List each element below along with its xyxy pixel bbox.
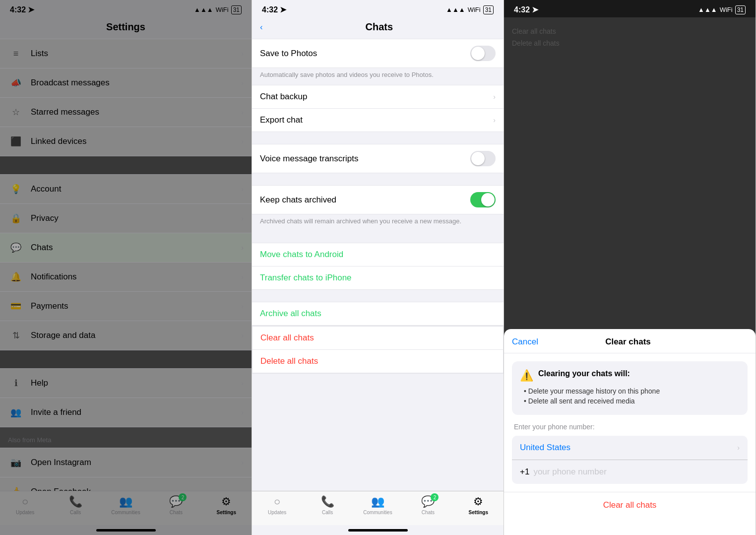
status-icons-2: ▲▲▲ WiFi 31 [446,5,494,14]
broadcast-icon: 📣 [8,75,24,91]
settings-row-storage[interactable]: ⇅ Storage and data › [0,321,252,350]
modal-bottom-spacer [504,518,756,535]
settings-row-account[interactable]: 💡 Account › [0,174,252,204]
tab-chats-2[interactable]: 💬 2 Chats [403,495,453,515]
row-save-photos[interactable]: Save to Photos [252,39,504,68]
page-title-chats: Chats [263,21,496,33]
communities-tab-icon: 👥 [119,495,132,508]
row-archive-all[interactable]: Archive all chats [252,302,504,326]
section-mid: 💡 Account › 🔒 Privacy › 💬 Chats › [0,174,252,350]
toggle-archived[interactable] [470,192,496,207]
settings-row-help[interactable]: ℹ Help › [0,368,252,398]
divider [0,350,252,368]
toggle-voice[interactable] [470,151,496,166]
meta-section-label: Also from Meta [0,427,252,448]
settings-row-chats[interactable]: 💬 Chats › [0,233,252,263]
row-move-android[interactable]: Move chats to Android [252,243,504,267]
status-bar-1: 4:32 ➤ ▲▲▲ WiFi 31 [0,0,252,17]
row-voice-transcripts[interactable]: Voice message transcripts [252,144,504,173]
row-transfer-iphone[interactable]: Transfer chats to iPhone [252,267,504,290]
time-1: 4:32 ➤ [10,5,34,14]
warning-item-2: Delete all sent and received media [524,397,740,405]
notifications-icon: 🔔 [8,269,24,285]
tab-communities-2[interactable]: 👥 Communities [353,495,403,515]
status-icons-3: ▲▲▲ WiFi 31 [698,5,746,14]
toggle-save-photos[interactable] [470,46,496,61]
save-photos-desc: Automatically save photos and videos you… [252,68,504,84]
row-chat-backup[interactable]: Chat backup › [252,85,504,109]
settings-row-instagram[interactable]: 📷 Open Instagram › [0,448,252,477]
settings-row-linked[interactable]: ⬛ Linked devices › [0,127,252,156]
settings-row-invite[interactable]: 👥 Invite a friend › [0,398,252,427]
tab-updates-2[interactable]: ○ Updates [252,495,302,515]
settings-row-broadcast[interactable]: 📣 Broadcast messages › [0,68,252,98]
destructive-actions-box: Clear all chats Delete all chats [252,326,504,374]
status-icons-1: ▲▲▲ WiFi 31 [194,5,242,14]
section-meta: 📷 Open Instagram › 👍 Open Facebook › [0,448,252,491]
tab-calls[interactable]: 📞 Calls [50,495,100,515]
communities-icon-2: 👥 [371,495,384,508]
settings-row-starred[interactable]: ☆ Starred messages › [0,98,252,127]
row-keep-archived[interactable]: Keep chats archived [252,185,504,214]
tab-calls-2[interactable]: 📞 Calls [302,495,352,515]
modal-title: Clear chats [538,337,718,347]
panel-chats: 4:32 ➤ ▲▲▲ WiFi 31 ‹ Chats Save to Photo… [252,0,504,535]
updates-tab-icon: ○ [22,495,28,508]
chevron-icon: › [241,408,244,416]
chevron-backup: › [493,93,496,101]
chevron-icon: › [241,185,244,193]
row-delete-all[interactable]: Delete all chats [252,350,503,373]
warning-list: Delete your message history on this phon… [520,387,740,405]
chevron-icon: › [241,332,244,339]
tab-communities[interactable]: 👥 Communities [101,495,151,515]
help-icon: ℹ [8,375,24,391]
chevron-icon: › [241,273,244,281]
storage-icon: ⇅ [8,328,24,343]
section-help: ℹ Help › 👥 Invite a friend › [0,368,252,427]
tab-chats[interactable]: 💬 2 Chats [151,495,201,515]
cancel-button[interactable]: Cancel [512,337,538,347]
settings-row-payments[interactable]: 💳 Payments › [0,292,252,321]
home-indicator [0,525,252,535]
panel-settings: 4:32 ➤ ▲▲▲ WiFi 31 Settings ≡ Lists › 📣 … [0,0,252,535]
clear-all-chats-button[interactable]: Clear all chats [504,492,756,518]
settings-row-lists[interactable]: ≡ Lists › [0,39,252,68]
chats-icon-2: 💬 2 [421,495,435,508]
chevron-export: › [493,116,496,124]
tab-updates[interactable]: ○ Updates [0,495,50,515]
chevron-icon: › [241,79,244,87]
phone-number-row: +1 your phone number [512,460,748,484]
row-clear-all[interactable]: Clear all chats [252,326,503,350]
chevron-icon: › [241,302,244,310]
settings-row-privacy[interactable]: 🔒 Privacy › [0,204,252,233]
row-export-chat[interactable]: Export chat › [252,109,504,132]
wifi-icon-3: WiFi [720,6,733,13]
chevron-icon: › [241,214,244,222]
modal-background: Clear all chats Delete all chats Cancel … [504,17,756,535]
phone-input-label: Enter your phone number: [512,423,748,431]
chats-badge: 2 [179,493,187,501]
settings-list: ≡ Lists › 📣 Broadcast messages › ☆ Starr… [0,39,252,491]
tab-settings-2[interactable]: ⚙ Settings [453,495,504,515]
time-2: 4:32 ➤ [262,5,286,14]
toggle-knob [481,193,495,206]
phone-input-section: Enter your phone number: United States ›… [512,423,748,484]
chevron-icon: › [241,108,244,116]
phone-prefix: +1 [520,467,529,477]
starred-icon: ☆ [8,104,24,120]
tab-settings[interactable]: ⚙ Settings [201,495,252,515]
settings-tab-icon: ⚙ [221,495,231,508]
time-3: 4:32 ➤ [514,5,538,14]
warning-item-1: Delete your message history on this phon… [524,387,740,395]
chevron-icon: › [241,379,244,387]
panel-clear-chats: 4:32 ➤ ▲▲▲ WiFi 31 Clear all chats Delet… [504,0,756,535]
settings-icon-2: ⚙ [473,495,483,508]
settings-row-facebook[interactable]: 👍 Open Facebook › [0,477,252,491]
payments-icon: 💳 [8,298,24,314]
nav-bar-1: Settings [0,17,252,39]
wifi-icon: WiFi [216,6,229,13]
toggle-knob [471,152,485,165]
home-bar-2 [348,529,408,532]
settings-row-notifications[interactable]: 🔔 Notifications › [0,263,252,292]
country-selector[interactable]: United States › [512,436,748,460]
